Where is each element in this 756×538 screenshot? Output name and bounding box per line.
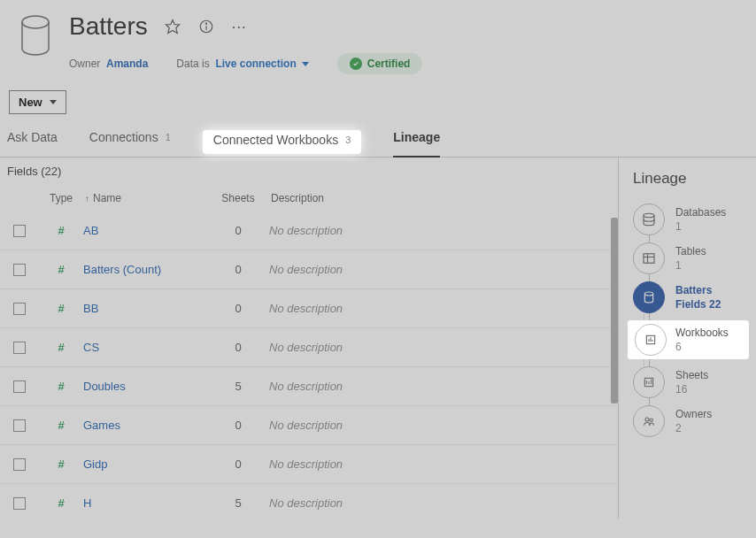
field-sheets: 0 bbox=[207, 419, 269, 432]
owner-info: Owner Amanda bbox=[69, 58, 148, 70]
row-checkbox[interactable] bbox=[13, 458, 26, 471]
field-sheets: 0 bbox=[207, 457, 269, 471]
table-row: #CS0No description bbox=[0, 328, 618, 367]
lineage-current-source[interactable]: BattersFields 22 bbox=[633, 281, 749, 313]
field-name-link[interactable]: Doubles bbox=[83, 380, 207, 393]
svg-point-0 bbox=[22, 16, 49, 28]
datasource-icon bbox=[633, 281, 665, 313]
table-icon bbox=[633, 242, 665, 274]
table-row: #Games0No description bbox=[0, 406, 618, 445]
info-icon[interactable] bbox=[197, 18, 215, 35]
field-type: # bbox=[39, 380, 83, 393]
column-sheets[interactable]: Sheets bbox=[207, 188, 269, 208]
field-description: No description bbox=[269, 457, 618, 471]
check-icon bbox=[350, 58, 362, 70]
field-name-link[interactable]: Gidp bbox=[83, 457, 207, 471]
field-name-link[interactable]: Games bbox=[83, 419, 207, 432]
tab-connections[interactable]: Connections1 bbox=[89, 130, 171, 151]
field-name-link[interactable]: H bbox=[83, 496, 207, 510]
svg-point-18 bbox=[645, 418, 649, 421]
table-row: #Gidp0No description bbox=[0, 445, 618, 484]
favorite-star-icon[interactable] bbox=[164, 18, 181, 35]
field-name-link[interactable]: Batters (Count) bbox=[83, 263, 207, 276]
tab-ask-data[interactable]: Ask Data bbox=[7, 130, 58, 151]
tab-connected-workbooks[interactable]: Connected Workbooks3 bbox=[203, 130, 362, 154]
table-row: #BB0No description bbox=[0, 289, 618, 328]
field-type: # bbox=[39, 263, 83, 276]
owner-link[interactable]: Amanda bbox=[106, 58, 148, 70]
workbook-icon bbox=[635, 324, 667, 356]
field-name-link[interactable]: BB bbox=[83, 302, 207, 315]
sort-asc-icon: ↑ bbox=[85, 194, 89, 204]
svg-point-9 bbox=[644, 292, 652, 296]
field-type: # bbox=[39, 341, 83, 354]
field-sheets: 5 bbox=[207, 496, 269, 510]
fields-count: Fields (22) bbox=[0, 158, 618, 185]
row-checkbox[interactable] bbox=[13, 342, 26, 354]
field-description: No description bbox=[269, 496, 618, 510]
field-description: No description bbox=[269, 341, 618, 354]
field-description: No description bbox=[269, 419, 618, 432]
row-checkbox[interactable] bbox=[13, 225, 26, 237]
fields-table-body: #AB0No description#Batters (Count)0No de… bbox=[0, 211, 618, 519]
field-name-link[interactable]: AB bbox=[83, 224, 207, 237]
row-checkbox[interactable] bbox=[13, 264, 26, 276]
row-checkbox[interactable] bbox=[13, 303, 26, 315]
live-connection-dropdown[interactable]: Live connection bbox=[215, 58, 308, 70]
lineage-title: Lineage bbox=[633, 170, 749, 188]
svg-point-19 bbox=[650, 419, 652, 421]
database-icon bbox=[18, 14, 53, 57]
column-type[interactable]: Type bbox=[39, 188, 83, 208]
new-button[interactable]: New bbox=[9, 90, 66, 114]
table-row: #Doubles5No description bbox=[0, 367, 618, 406]
fields-pane: Fields (22) Type ↑Name Sheets Descriptio… bbox=[0, 158, 618, 519]
table-row: #H5No description bbox=[0, 484, 618, 519]
field-description: No description bbox=[269, 380, 618, 393]
data-connection-info: Data is Live connection bbox=[176, 58, 308, 70]
toolbar: New bbox=[0, 74, 756, 130]
field-sheets: 5 bbox=[207, 380, 269, 393]
field-type: # bbox=[39, 457, 83, 471]
svg-point-4 bbox=[205, 23, 206, 24]
row-checkbox[interactable] bbox=[13, 419, 26, 432]
table-row: #AB0No description bbox=[0, 211, 618, 250]
database-icon bbox=[633, 204, 665, 235]
table-header: Type ↑Name Sheets Description bbox=[0, 185, 618, 211]
tab-lineage[interactable]: Lineage bbox=[393, 130, 440, 151]
svg-point-5 bbox=[644, 213, 654, 218]
owners-icon bbox=[633, 405, 665, 437]
scrollbar[interactable] bbox=[611, 218, 618, 501]
table-row: #Batters (Count)0No description bbox=[0, 250, 618, 289]
field-sheets: 0 bbox=[207, 341, 269, 354]
field-sheets: 0 bbox=[207, 224, 269, 237]
svg-marker-1 bbox=[166, 20, 179, 34]
field-sheets: 0 bbox=[207, 263, 269, 276]
more-actions-icon[interactable]: ··· bbox=[231, 18, 249, 35]
lineage-tables[interactable]: Tables1 bbox=[633, 242, 749, 274]
field-name-link[interactable]: CS bbox=[83, 341, 207, 354]
field-type: # bbox=[39, 302, 83, 315]
page-header: Batters ··· Owner Amanda Data is Live co… bbox=[0, 0, 756, 74]
column-name[interactable]: ↑Name bbox=[83, 188, 207, 208]
scrollbar-thumb[interactable] bbox=[611, 218, 618, 404]
column-description[interactable]: Description bbox=[269, 188, 618, 208]
field-sheets: 0 bbox=[207, 302, 269, 315]
field-description: No description bbox=[269, 263, 618, 276]
lineage-pane: Lineage Databases1 Tables1 BattersFields… bbox=[618, 158, 756, 519]
sheet-icon bbox=[633, 366, 665, 398]
field-type: # bbox=[39, 496, 83, 510]
lineage-sheets[interactable]: Sheets16 bbox=[633, 366, 749, 398]
lineage-owners[interactable]: Owners2 bbox=[633, 405, 749, 437]
row-checkbox[interactable] bbox=[13, 380, 26, 393]
field-description: No description bbox=[269, 302, 618, 315]
svg-rect-6 bbox=[644, 254, 654, 264]
chevron-down-icon bbox=[50, 100, 57, 104]
field-type: # bbox=[39, 224, 83, 237]
field-description: No description bbox=[269, 224, 618, 237]
field-type: # bbox=[39, 419, 83, 432]
chevron-down-icon bbox=[302, 62, 309, 66]
lineage-workbooks[interactable]: Workbooks6 bbox=[628, 320, 749, 359]
lineage-databases[interactable]: Databases1 bbox=[633, 204, 749, 235]
tabs: Ask Data Connections1 Connected Workbook… bbox=[0, 130, 756, 158]
row-checkbox[interactable] bbox=[13, 497, 26, 510]
